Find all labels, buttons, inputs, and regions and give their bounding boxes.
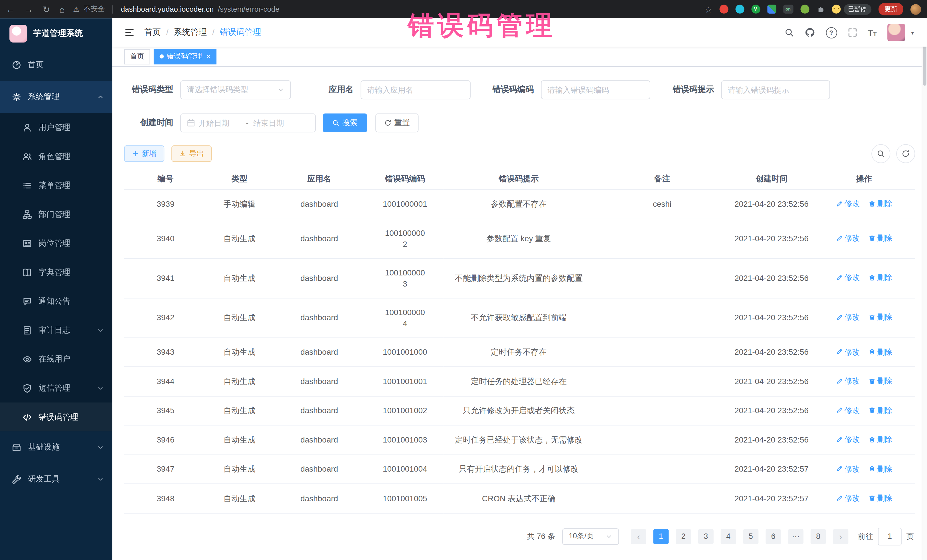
error-code-input[interactable] <box>541 80 650 99</box>
browser-home-icon[interactable]: ⌂ <box>59 5 65 14</box>
error-msg-input[interactable] <box>721 80 830 99</box>
page-button-8[interactable]: 8 <box>811 529 826 544</box>
edit-link[interactable]: 修改 <box>836 375 860 386</box>
extension-icon-green[interactable] <box>800 5 809 14</box>
address-bar[interactable]: ⚠ 不安全 dashboard.yudao.iocoder.cn/system/… <box>73 4 705 14</box>
start-date-input[interactable] <box>198 118 242 128</box>
browser-profile-avatar[interactable] <box>910 4 921 14</box>
user-avatar[interactable] <box>887 24 905 41</box>
sidebar-item-posts[interactable]: 岗位管理 <box>0 229 112 258</box>
delete-link[interactable]: 删除 <box>868 198 892 209</box>
edit-link[interactable]: 修改 <box>836 232 860 243</box>
error-type-select[interactable]: 请选择错误码类型 <box>180 80 291 99</box>
sidebar-item-notices[interactable]: 通知公告 <box>0 287 112 316</box>
browser-update-button[interactable]: 更新 <box>878 3 903 15</box>
delete-link[interactable]: 删除 <box>868 434 892 445</box>
collapse-sidebar-icon[interactable] <box>124 27 135 38</box>
page-button-1[interactable]: 1 <box>653 529 669 544</box>
header-search-icon[interactable] <box>784 28 794 37</box>
browser-reload-icon[interactable]: ↻ <box>43 5 50 14</box>
sidebar-item-system-management[interactable]: 系统管理 <box>0 81 112 113</box>
table-row: 3946 自动生成 dashboard 1001001003 定时任务已经处于该… <box>124 425 915 454</box>
edit-link[interactable]: 修改 <box>836 434 860 445</box>
paused-extension-chip[interactable]: 已暂停 <box>831 4 871 14</box>
sidebar-item-online-users[interactable]: 在线用户 <box>0 344 112 373</box>
edit-link[interactable]: 修改 <box>836 463 860 474</box>
cell-type: 自动生成 <box>207 484 272 513</box>
delete-link[interactable]: 删除 <box>868 346 892 357</box>
sidebar-item-label: 短信管理 <box>38 382 70 393</box>
edit-link[interactable]: 修改 <box>836 312 860 323</box>
extension-icon-on-badge[interactable]: on <box>783 5 793 14</box>
page-size-select[interactable]: 10条/页 <box>562 528 619 545</box>
sidebar-item-error-code[interactable]: 错误码管理 <box>0 403 112 432</box>
app-logo[interactable]: 芋道管理系统 <box>0 18 112 49</box>
chevron-down-icon <box>605 533 612 540</box>
edit-link[interactable]: 修改 <box>836 492 860 504</box>
page-button-6[interactable]: 6 <box>766 529 781 544</box>
sidebar-item-dictionary[interactable]: 字典管理 <box>0 258 112 287</box>
fullscreen-icon[interactable] <box>848 28 857 37</box>
end-date-input[interactable] <box>252 118 297 128</box>
sidebar-item-home[interactable]: 首页 <box>0 49 112 81</box>
extension-icon-green-v[interactable]: V <box>751 5 760 14</box>
sidebar-item-users[interactable]: 用户管理 <box>0 113 112 142</box>
extension-icon-teal[interactable] <box>735 5 744 14</box>
delete-link[interactable]: 删除 <box>868 232 892 243</box>
page-button-3[interactable]: 3 <box>698 529 714 544</box>
breadcrumb-system[interactable]: 系统管理 <box>174 27 207 38</box>
app-name-input[interactable] <box>360 80 471 99</box>
cell-type: 自动生成 <box>207 425 272 454</box>
sidebar-item-dev-tools[interactable]: 研发工具 <box>0 463 112 495</box>
page-button-4[interactable]: 4 <box>721 529 736 544</box>
refresh-table-button[interactable] <box>896 144 915 163</box>
sidebar-item-departments[interactable]: 部门管理 <box>0 200 112 229</box>
toggle-search-button[interactable] <box>871 144 890 163</box>
sidebar-item-roles[interactable]: 角色管理 <box>0 142 112 171</box>
export-button[interactable]: 导出 <box>172 146 212 162</box>
font-size-small-glyph: T <box>873 31 877 37</box>
security-label[interactable]: 不安全 <box>84 4 105 14</box>
delete-link[interactable]: 删除 <box>868 375 892 386</box>
avatar-caret-icon[interactable]: ▾ <box>911 29 914 36</box>
create-time-range-picker[interactable]: - <box>180 114 316 132</box>
announcement-icon <box>23 296 32 306</box>
browser-back-icon[interactable]: ← <box>6 5 15 14</box>
page-scrollbar[interactable] <box>922 18 927 560</box>
sidebar-item-infrastructure[interactable]: 基础设施 <box>0 431 112 463</box>
github-icon[interactable] <box>804 27 815 38</box>
sidebar-item-audit-log[interactable]: 审计日志 <box>0 316 112 345</box>
prev-page-button[interactable]: ‹ <box>631 529 646 544</box>
tab-error-code[interactable]: 错误码管理 × <box>154 49 216 64</box>
edit-link[interactable]: 修改 <box>836 272 860 283</box>
cell-remark <box>594 219 730 258</box>
extensions-puzzle-icon[interactable] <box>816 5 824 14</box>
delete-link[interactable]: 删除 <box>868 492 892 504</box>
breadcrumb-home[interactable]: 首页 <box>144 27 161 38</box>
bookmark-star-icon[interactable]: ☆ <box>705 5 712 14</box>
sidebar-item-menus[interactable]: 菜单管理 <box>0 171 112 200</box>
edit-link[interactable]: 修改 <box>836 405 860 416</box>
delete-link[interactable]: 删除 <box>868 405 892 416</box>
reset-button[interactable]: 重置 <box>375 114 418 132</box>
sidebar-item-sms[interactable]: 短信管理 <box>0 373 112 403</box>
close-tab-icon[interactable]: × <box>206 52 211 61</box>
delete-link[interactable]: 删除 <box>868 312 892 323</box>
edit-link[interactable]: 修改 <box>836 198 860 209</box>
delete-link[interactable]: 删除 <box>868 463 892 474</box>
delete-link[interactable]: 删除 <box>868 272 892 283</box>
page-button-5[interactable]: 5 <box>743 529 758 544</box>
search-button[interactable]: 搜索 <box>323 114 367 132</box>
page-button-2[interactable]: 2 <box>676 529 691 544</box>
more-pages-button[interactable]: ··· <box>788 529 804 544</box>
browser-forward-icon[interactable]: → <box>24 5 33 14</box>
font-size-icon[interactable]: TT <box>868 28 877 37</box>
add-button[interactable]: 新增 <box>124 146 164 162</box>
extension-icon-red[interactable] <box>719 5 728 14</box>
help-icon[interactable]: ? <box>826 27 837 38</box>
edit-link[interactable]: 修改 <box>836 346 860 357</box>
tab-home[interactable]: 首页 <box>124 49 150 64</box>
goto-page-input[interactable] <box>878 528 902 545</box>
next-page-button[interactable]: › <box>833 529 848 544</box>
extension-icon-grid[interactable] <box>767 5 776 14</box>
